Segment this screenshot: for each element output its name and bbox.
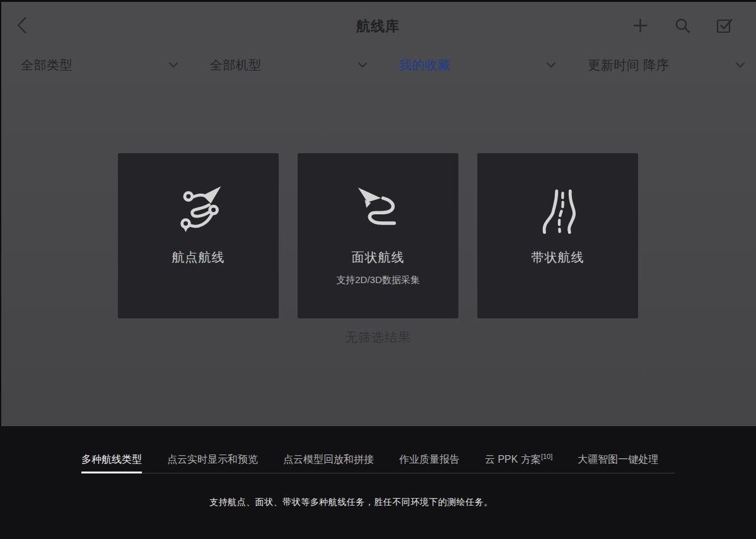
- card-title: 面状航线: [298, 249, 458, 266]
- chevron-down-icon: [168, 62, 178, 68]
- feature-description: 支持航点、面状、带状等多种航线任务，胜任不同环境下的测绘任务。: [0, 497, 702, 508]
- card-title: 航点航线: [118, 249, 279, 266]
- screen-top-edge: [0, 0, 756, 2]
- chevron-down-icon: [735, 62, 745, 68]
- feature-panel: 多种航线类型 点云实时显示和预览 点云模型回放和拼接 作业质量报告 云 PPK …: [0, 426, 756, 539]
- topbar-actions: [631, 15, 733, 35]
- filter-label: 更新时间 降序: [588, 57, 669, 74]
- tab-label: 云 PPK 方案: [485, 454, 541, 465]
- filter-bar: 全部类型 全部机型 我的收藏 更新时间 降序: [0, 44, 756, 86]
- chevron-down-icon: [546, 62, 556, 68]
- card-waypoint-route[interactable]: 航点航线: [118, 153, 279, 318]
- tab-label: 作业质量报告: [399, 454, 460, 465]
- checkbox-check-icon: [716, 16, 733, 34]
- tab-label: 多种航线类型: [81, 454, 142, 465]
- tab-label: 点云实时显示和预览: [167, 454, 258, 465]
- area-route-icon: [351, 182, 405, 236]
- tab-dji-terra-processing[interactable]: 大疆智图一键处理: [578, 453, 658, 473]
- filter-dropdown-favorites[interactable]: 我的收藏: [378, 44, 567, 86]
- chevron-down-icon: [358, 62, 368, 68]
- tab-label: 点云模型回放和拼接: [283, 454, 374, 465]
- card-area-route[interactable]: 面状航线 支持2D/3D数据采集: [298, 153, 458, 318]
- tab-route-types[interactable]: 多种航线类型: [81, 453, 142, 473]
- topbar: 航线库: [0, 2, 756, 44]
- filter-label: 我的收藏: [399, 57, 451, 74]
- tab-pointcloud-live-preview[interactable]: 点云实时显示和预览: [167, 453, 258, 473]
- feature-tabs: 多种航线类型 点云实时显示和预览 点云模型回放和拼接 作业质量报告 云 PPK …: [81, 453, 658, 473]
- dimmed-content-area: 航线库: [0, 0, 756, 426]
- tab-quality-report[interactable]: 作业质量报告: [399, 453, 460, 473]
- corridor-route-icon: [531, 182, 585, 236]
- tab-superscript: [10]: [541, 453, 552, 460]
- filter-label: 全部机型: [210, 57, 262, 74]
- filter-dropdown-type[interactable]: 全部类型: [0, 44, 189, 86]
- empty-state-message: 无筛选结果: [0, 329, 756, 346]
- tab-cloud-ppk[interactable]: 云 PPK 方案[10]: [485, 453, 552, 473]
- filter-dropdown-sort-order[interactable]: 更新时间 降序: [567, 44, 756, 86]
- route-type-picker: 航点航线 面状航线 支持2D/3D数据采集: [0, 86, 756, 426]
- plus-icon: [632, 17, 649, 34]
- screen-left-edge: [0, 0, 1, 426]
- waypoint-route-icon: [172, 182, 226, 236]
- filter-dropdown-drone-model[interactable]: 全部机型: [189, 44, 378, 86]
- multi-select-button[interactable]: [716, 15, 733, 35]
- card-subtitle: 支持2D/3D数据采集: [298, 274, 458, 286]
- tab-pointcloud-playback-stitching[interactable]: 点云模型回放和拼接: [283, 453, 374, 473]
- filter-label: 全部类型: [21, 57, 73, 74]
- search-icon: [674, 17, 691, 34]
- search-button[interactable]: [673, 15, 691, 35]
- card-corridor-route[interactable]: 带状航线: [477, 153, 638, 318]
- card-title: 带状航线: [477, 249, 638, 266]
- tab-label: 大疆智图一键处理: [578, 454, 658, 465]
- route-library-screen: 航线库: [0, 0, 756, 539]
- add-route-button[interactable]: [631, 15, 649, 35]
